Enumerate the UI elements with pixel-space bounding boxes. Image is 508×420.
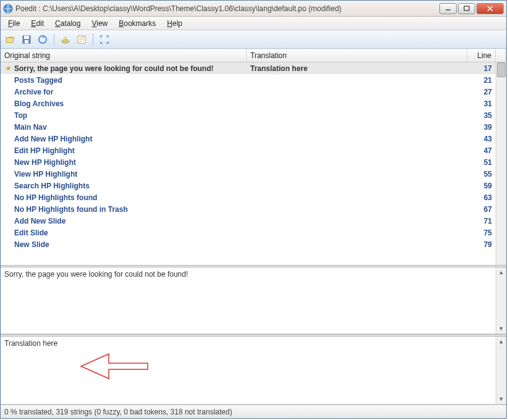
cell-line: 35 (467, 111, 496, 120)
table-row[interactable]: View HP Highlight55 (1, 168, 496, 180)
cell-line: 43 (467, 135, 496, 143)
cell-line: 75 (467, 229, 496, 237)
table-row[interactable]: Edit Slide75 (1, 227, 496, 238)
cell-line: 63 (467, 193, 496, 202)
menu-bookmarks[interactable]: Bookmarks (114, 18, 161, 29)
star-spacer (4, 88, 12, 96)
table-row[interactable]: Posts Tagged21 (1, 74, 496, 86)
cell-original: Edit Slide (1, 229, 247, 237)
cell-original: Search HP Highlights (1, 182, 247, 190)
cell-original: Posts Tagged (1, 76, 247, 85)
star-spacer (4, 135, 12, 143)
table-row[interactable]: No HP Highlights found63 (1, 191, 496, 203)
target-pane: ▲▼ (1, 337, 506, 405)
svg-rect-6 (24, 36, 29, 39)
cell-original: Blog Archives (1, 99, 247, 108)
menu-file[interactable]: File (3, 18, 25, 29)
star-icon: ★ (4, 65, 12, 72)
target-scrollbar[interactable]: ▲▼ (496, 337, 506, 404)
star-spacer (4, 206, 12, 213)
minimize-button[interactable] (439, 3, 457, 14)
table-row[interactable]: New Slide79 (1, 238, 496, 250)
column-scroll-spacer (496, 49, 506, 62)
table-row[interactable]: Add New HP Highlight43 (1, 133, 496, 145)
cell-original: Edit HP Highlight (1, 146, 247, 155)
scroll-down-icon[interactable]: ▼ (496, 394, 506, 404)
close-button[interactable] (476, 3, 504, 14)
svg-point-9 (62, 40, 69, 43)
toolbar (1, 30, 506, 49)
table-row[interactable]: No HP Highlights found in Trash67 (1, 203, 496, 215)
menu-view[interactable]: View (87, 18, 112, 29)
star-spacer (4, 170, 12, 178)
cell-line: 67 (467, 205, 496, 214)
cell-line: 27 (467, 88, 496, 96)
toolbar-separator (93, 33, 93, 46)
table-row[interactable]: New HP Highlight51 (1, 156, 496, 168)
cell-original: Archive for (1, 88, 247, 96)
rows-container: ★Sorry, the page you were looking for co… (1, 62, 496, 265)
table-row[interactable]: Main Nav39 (1, 121, 496, 133)
cell-original: New Slide (1, 240, 247, 249)
menubar: FileEditCatalogViewBookmarksHelp (1, 17, 506, 30)
window-controls (439, 3, 504, 14)
column-line[interactable]: Line (467, 49, 496, 62)
cell-line: 79 (467, 240, 496, 249)
cell-original: New HP Highlight (1, 158, 247, 167)
open-button[interactable] (3, 32, 18, 47)
svg-rect-2 (464, 6, 469, 10)
scroll-up-icon[interactable]: ▲ (496, 337, 506, 346)
column-translation[interactable]: Translation (247, 49, 467, 62)
source-scrollbar[interactable]: ▲▼ (496, 267, 506, 334)
cell-original: Add New HP Highlight (1, 135, 247, 143)
source-text (1, 267, 496, 334)
cell-original: Top (1, 111, 247, 120)
star-spacer (4, 100, 12, 107)
star-spacer (4, 147, 12, 154)
validate-button[interactable] (58, 32, 73, 47)
scrollbar-thumb[interactable] (497, 62, 506, 77)
cell-line: 59 (467, 182, 496, 190)
titlebar[interactable]: Poedit : C:\Users\A\Desktop\classy\WordP… (1, 1, 506, 17)
table-row[interactable]: Edit HP Highlight47 (1, 145, 496, 156)
star-spacer (4, 241, 12, 248)
cell-line: 55 (467, 170, 496, 178)
star-spacer (4, 182, 12, 190)
table-row[interactable]: Search HP Highlights59 (1, 180, 496, 191)
svg-rect-7 (25, 40, 28, 43)
cell-line: 17 (467, 64, 496, 73)
cell-original: ★Sorry, the page you were looking for co… (1, 64, 247, 73)
translation-input[interactable] (1, 337, 496, 404)
star-spacer (4, 124, 12, 131)
fullscreen-button[interactable] (97, 32, 112, 47)
statusbar: 0 % translated, 319 strings (0 fuzzy, 0 … (1, 405, 506, 418)
table-row[interactable]: Top35 (1, 109, 496, 121)
cell-line: 39 (467, 123, 496, 132)
star-spacer (4, 194, 12, 201)
menu-help[interactable]: Help (162, 18, 187, 29)
star-spacer (4, 77, 12, 84)
app-icon (3, 4, 13, 14)
menu-catalog[interactable]: Catalog (50, 18, 85, 29)
update-button[interactable] (35, 32, 50, 47)
star-spacer (4, 159, 12, 166)
maximize-button[interactable] (458, 3, 475, 14)
cell-line: 47 (467, 146, 496, 155)
vertical-scrollbar[interactable] (496, 62, 506, 265)
table-row[interactable]: ★Sorry, the page you were looking for co… (1, 62, 496, 74)
table-row[interactable]: Blog Archives31 (1, 98, 496, 109)
cell-line: 71 (467, 217, 496, 225)
column-original[interactable]: Original string (1, 49, 247, 62)
scroll-down-icon[interactable]: ▼ (496, 324, 506, 334)
comment-button[interactable] (74, 32, 89, 47)
window-title: Poedit : C:\Users\A\Desktop\classy\WordP… (15, 4, 439, 13)
table-row[interactable]: Archive for27 (1, 86, 496, 98)
list-body: ★Sorry, the page you were looking for co… (1, 62, 506, 265)
menu-edit[interactable]: Edit (26, 18, 49, 29)
cell-original: Add New Slide (1, 217, 247, 225)
scroll-up-icon[interactable]: ▲ (496, 267, 506, 277)
save-button[interactable] (19, 32, 34, 47)
cell-original: No HP Highlights found (1, 193, 247, 202)
window: Poedit : C:\Users\A\Desktop\classy\WordP… (0, 0, 507, 419)
table-row[interactable]: Add New Slide71 (1, 215, 496, 227)
